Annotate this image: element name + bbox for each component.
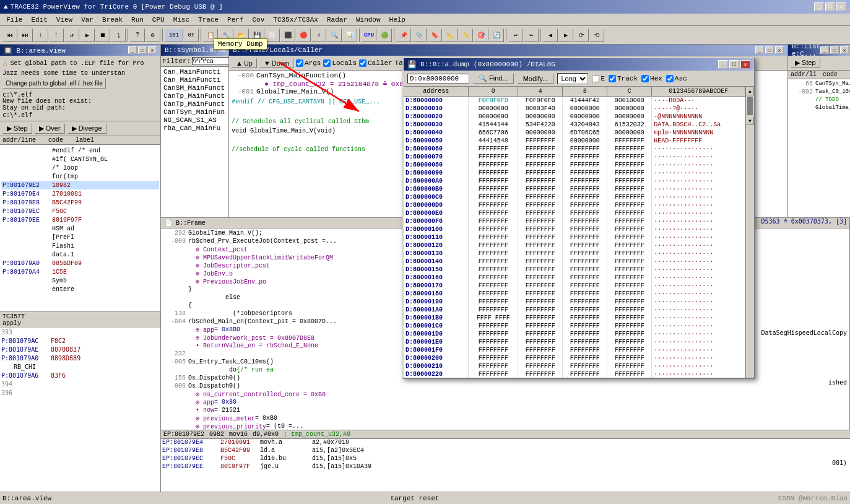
area-view-maximize[interactable]: □ [138,46,147,54]
maximize-btn[interactable]: □ [825,2,835,11]
tb-btn-22[interactable]: 🔄 [489,28,504,42]
frame-minimize[interactable]: _ [755,46,764,54]
close-btn[interactable]: ✕ [836,2,846,11]
symbol-item[interactable]: CanTp_MainFunct [162,100,227,108]
area-view-close[interactable]: ✕ [148,46,157,54]
down-btn[interactable]: ▼ Down [259,58,293,68]
change-path-btn[interactable]: Change path to global .elf / .hex file [2,78,106,89]
tb-btn-18[interactable]: 🔖 [427,28,442,42]
diverge-btn[interactable]: ▶ Diverge [67,123,106,134]
scroll-thumb[interactable] [747,97,753,115]
mem-addr-cell: D:800000C0 [404,193,469,201]
tb-btn-16[interactable]: 📌 [396,28,411,42]
menu-cov[interactable]: Cov [249,15,269,24]
symbol-item[interactable]: CanTp_MainFunct [162,92,227,100]
menu-misc[interactable]: Misc [170,15,193,24]
list-col-headers: addr/li code [788,71,850,79]
menu-break[interactable]: Break [98,15,126,24]
track-checkbox[interactable] [609,75,616,82]
tb-btn-14[interactable]: 📊 [342,28,357,42]
caller-checkbox[interactable] [359,59,366,67]
tb-btn-reset[interactable]: ↺ [64,28,79,42]
tb-btn-q2[interactable]: ⚙ [145,28,160,42]
memory-dialog-maximize[interactable]: □ [729,60,739,69]
tb-btn-15[interactable]: 🟢 [377,28,392,42]
menu-run[interactable]: Run [128,15,147,24]
menu-window[interactable]: Window [352,15,384,24]
memory-dialog-close[interactable]: ✕ [740,60,750,69]
step-over-btn[interactable]: ▶ Over [35,123,65,134]
symbol-item[interactable]: rba_Can_MainFu [162,124,227,133]
memory-scrollbar[interactable]: ▲ ▼ [745,87,754,378]
asc-checkbox[interactable] [666,75,674,82]
tb-btn-24[interactable]: ↪ [524,28,539,42]
menu-trace[interactable]: Trace [194,15,222,24]
frame-maximize[interactable]: □ [765,46,774,54]
memory-row: D:800000E0 FFFFFFFF FFFFFFFF FFFFFFFF FF… [404,209,745,217]
list-close[interactable]: ✕ [840,46,849,54]
memory-dialog-minimize[interactable]: _ [718,60,728,69]
area-view-minimize[interactable]: _ [128,46,137,54]
list-maximize[interactable]: □ [830,46,839,54]
scroll-up-btn[interactable]: ▲ [746,87,754,95]
tb-btn-4[interactable]: ↑ [49,28,64,42]
scroll-down-btn[interactable]: ▼ [746,116,754,125]
menu-perf[interactable]: Perf [223,15,247,24]
tb-btn-3[interactable]: ↓ [33,28,48,42]
args-checkbox[interactable] [296,59,303,67]
step-btn[interactable]: ▶ Step [2,123,32,134]
up-btn[interactable]: ▲ Up [232,58,257,68]
list-minimize[interactable]: _ [820,46,829,54]
tb-btn-101[interactable]: 101 [165,28,183,42]
menu-edit[interactable]: Edit [27,15,51,24]
tb-btn-run[interactable]: ▶ [80,28,95,42]
frame-close[interactable]: ✕ [775,46,784,54]
tb-btn-stop[interactable]: ⏹ [95,28,110,42]
tb-btn-11[interactable]: 🔴 [296,28,311,42]
tb-btn-25[interactable]: ◀ [543,28,558,42]
address-input[interactable] [407,74,469,84]
symbol-item[interactable]: CanSM_MainFunct [162,84,227,92]
menu-help[interactable]: Help [386,15,409,24]
hex-checkbox[interactable] [641,75,649,82]
menu-file[interactable]: File [2,15,26,24]
tb-btn-19[interactable]: 📐 [443,28,458,42]
menu-view[interactable]: View [53,15,76,24]
mem-data-c: FFFFFFFF [607,354,652,362]
tb-btn-17[interactable]: 📎 [412,28,427,42]
modify-btn[interactable]: Modify... [518,74,554,84]
symbol-item[interactable]: NG_SCAN_S1_AS [162,116,227,124]
symbol-item[interactable]: CanTSyn_MainFun [162,108,227,116]
menu-var[interactable]: Var [77,15,97,24]
tb-btn-10[interactable]: ⬛ [280,28,295,42]
tb-btn-hex[interactable]: 0F [184,28,199,42]
tb-btn-2[interactable]: ⏭ [18,28,33,42]
tb-btn-13[interactable]: 🔍 [327,28,342,42]
tb-btn-q1[interactable]: ? [130,28,145,42]
tb-btn-23[interactable]: ↩ [508,28,523,42]
tb-btn-20[interactable]: 📏 [458,28,473,42]
col-4: 4 [518,87,563,97]
area-view-panel: 🔲 B::area.view _ □ ✕ ⚠ Set global path t… [0,45,161,492]
tb-btn-12[interactable]: ⚡ [311,28,326,42]
tb-btn-step[interactable]: ⤵ [111,28,126,42]
symbol-filter-input[interactable] [192,57,229,65]
symbol-item[interactable]: Can_MainFuncti [162,68,227,76]
tb-btn-21[interactable]: 🎯 [474,28,488,42]
list-step-btn[interactable]: ▶ Step [791,58,820,68]
tb-btn-27[interactable]: ⟳ [574,28,589,42]
find-btn[interactable]: 🔍 Find... [473,73,514,84]
tb-btn-cpu-indicator[interactable]: CPU [362,28,376,42]
minimize-btn[interactable]: _ [814,2,824,11]
tb-btn-28[interactable]: ⟲ [589,28,604,42]
symbol-item[interactable]: Can_MainFuncti [162,76,227,84]
mem-addr-cell: D:800000A0 [404,177,469,185]
locals-checkbox[interactable] [323,59,331,67]
e-checkbox[interactable] [592,75,599,82]
menu-radar[interactable]: Radar [323,15,351,24]
tb-btn-1[interactable]: ⏮ [2,28,17,42]
menu-tc35x[interactable]: TC35x/TC3Ax [269,15,322,24]
tb-btn-26[interactable]: ▶ [558,28,573,42]
format-select[interactable]: Long Byte Word [557,73,588,84]
menu-cpu[interactable]: CPU [149,15,168,24]
